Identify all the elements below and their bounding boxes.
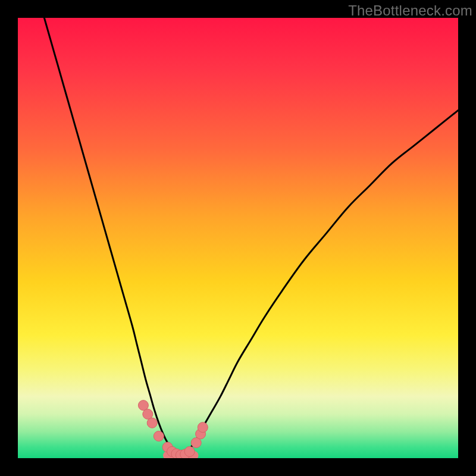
marker-point bbox=[154, 431, 164, 441]
chart-stage: TheBottleneck.com bbox=[0, 0, 476, 476]
chart-svg bbox=[18, 18, 458, 458]
marker-point bbox=[147, 418, 157, 428]
marker-point bbox=[198, 422, 208, 433]
watermark-text: TheBottleneck.com bbox=[348, 2, 472, 19]
plot-area bbox=[18, 18, 458, 458]
gradient-background bbox=[18, 18, 458, 458]
marker-point bbox=[184, 446, 195, 456]
